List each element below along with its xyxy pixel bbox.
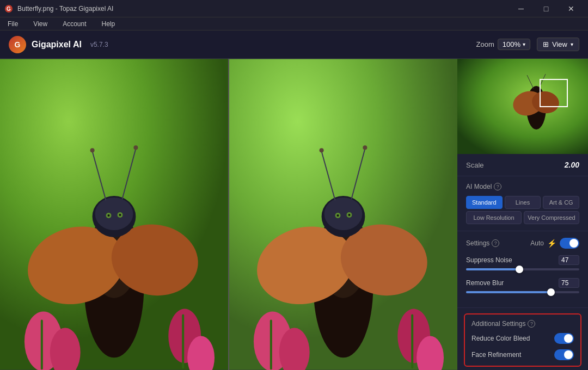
menu-help[interactable]: Help [99, 19, 119, 29]
minimize-button[interactable]: ─ [509, 0, 534, 17]
svg-point-35 [363, 145, 367, 150]
image-area [0, 59, 457, 370]
maximize-button[interactable]: □ [534, 0, 559, 17]
reduce-color-bleed-label: Reduce Color Bleed [471, 335, 530, 342]
remove-blur-header: Remove Blur [466, 278, 579, 288]
app-logo: G Gigapixel AI v5.7.3 [9, 36, 108, 53]
settings-header: Settings ? Auto ⚡ [466, 238, 579, 249]
view-label: View [552, 40, 567, 48]
thumbnail-area [457, 59, 588, 154]
title-bar: G Butterfly.png - Topaz Gigapixel AI ─ □… [0, 0, 588, 17]
image-panel-after [229, 59, 457, 370]
suppress-noise-header: Suppress Noise [466, 255, 579, 265]
lightning-icon: ⚡ [547, 239, 556, 248]
svg-point-22 [108, 214, 110, 217]
window-title: Butterfly.png - Topaz Gigapixel AI [17, 5, 113, 13]
svg-point-31 [324, 198, 363, 230]
remove-blur-thumb [547, 288, 555, 296]
model-lowres-button[interactable]: Low Resolution [466, 211, 522, 224]
settings-auto-group: Auto ⚡ [530, 238, 579, 249]
additional-settings-section: Additional Settings ? Reduce Color Bleed… [464, 313, 581, 367]
settings-title: Settings ? [466, 239, 499, 247]
butterfly-svg-left [0, 59, 228, 370]
svg-point-44 [337, 214, 339, 217]
view-grid-icon: ⊞ [543, 40, 549, 48]
remove-blur-row: Remove Blur [466, 278, 579, 293]
additional-settings-title: Additional Settings ? [471, 320, 574, 328]
after-image [229, 59, 457, 370]
face-refinement-row: Face Refinement [471, 349, 574, 360]
zoom-control: Zoom 100% ▾ [476, 39, 530, 50]
suppress-noise-value[interactable] [559, 255, 579, 265]
face-refinement-label: Face Refinement [471, 351, 521, 359]
model-artcg-button[interactable]: Art & CG [543, 196, 579, 209]
remove-blur-track[interactable] [466, 291, 579, 293]
reduce-color-bleed-row: Reduce Color Bleed [471, 333, 574, 344]
settings-auto-toggle[interactable] [560, 238, 579, 249]
app-version: v5.7.3 [90, 41, 108, 48]
ai-model-section: AI Model ? Standard Lines Art & CG Low R… [457, 176, 588, 231]
auto-label: Auto [530, 239, 544, 247]
view-button[interactable]: ⊞ View ▾ [537, 38, 579, 51]
reduce-color-bleed-toggle[interactable] [554, 333, 574, 344]
ai-model-title: AI Model ? [466, 183, 579, 190]
settings-help-icon[interactable]: ? [492, 239, 499, 247]
scale-row: Scale 2.00 [466, 161, 579, 169]
model-standard-button[interactable]: Standard [466, 196, 503, 209]
scale-label: Scale [466, 161, 484, 169]
svg-rect-41 [411, 314, 413, 369]
title-bar-controls: ─ □ ✕ [509, 0, 584, 17]
svg-point-45 [348, 214, 350, 216]
logo-letter: G [15, 40, 21, 49]
svg-rect-19 [182, 314, 184, 369]
zoom-chevron-icon: ▾ [523, 41, 525, 47]
model-lines-button[interactable]: Lines [505, 196, 541, 209]
svg-point-34 [320, 148, 324, 152]
zoom-label: Zoom [476, 40, 494, 48]
view-chevron-icon: ▾ [571, 41, 573, 47]
additional-settings-help-icon[interactable]: ? [528, 320, 535, 328]
suppress-noise-thumb [516, 266, 523, 273]
header-right: Zoom 100% ▾ ⊞ View ▾ [476, 38, 579, 51]
ai-model-buttons-row1: Standard Lines Art & CG [466, 196, 579, 209]
svg-point-9 [95, 198, 133, 230]
menu-account[interactable]: Account [59, 19, 89, 29]
model-verycompressed-button[interactable]: Very Compressed [524, 211, 579, 224]
suppress-noise-row: Suppress Noise [466, 255, 579, 270]
main-layout: Scale 2.00 AI Model ? Standard Lines Art… [0, 59, 588, 370]
close-button[interactable]: ✕ [559, 0, 584, 17]
ai-model-help-icon[interactable]: ? [494, 183, 501, 190]
logo-circle: G [9, 36, 26, 53]
svg-text:G: G [7, 6, 11, 12]
settings-section: Settings ? Auto ⚡ Suppress Noise [457, 231, 588, 308]
before-image [0, 59, 228, 370]
suppress-noise-fill [466, 268, 519, 270]
suppress-noise-track[interactable] [466, 268, 579, 270]
app-header: G Gigapixel AI v5.7.3 Zoom 100% ▾ ⊞ View… [0, 30, 588, 59]
menu-view[interactable]: View [30, 19, 51, 29]
app-icon: G [4, 4, 13, 13]
remove-blur-value[interactable] [559, 278, 579, 288]
suppress-noise-label: Suppress Noise [466, 256, 512, 264]
svg-point-13 [133, 145, 138, 150]
menu-bar: File View Account Help [0, 17, 588, 30]
remove-blur-fill [466, 291, 551, 293]
svg-rect-40 [270, 320, 272, 370]
svg-rect-18 [41, 320, 43, 370]
thumbnail-svg [457, 59, 588, 154]
app-name: Gigapixel AI [32, 40, 82, 50]
right-panel: Scale 2.00 AI Model ? Standard Lines Art… [457, 59, 588, 370]
face-refinement-toggle[interactable] [554, 349, 574, 360]
zoom-value-display[interactable]: 100% ▾ [498, 39, 530, 50]
svg-point-12 [90, 148, 95, 152]
scale-section: Scale 2.00 [457, 154, 588, 176]
scale-value: 2.00 [565, 161, 579, 169]
image-panel-before [0, 59, 229, 370]
title-bar-left: G Butterfly.png - Topaz Gigapixel AI [4, 4, 113, 13]
remove-blur-label: Remove Blur [466, 279, 504, 287]
menu-file[interactable]: File [4, 19, 21, 29]
butterfly-svg-right [229, 59, 457, 370]
ai-model-buttons-row2: Low Resolution Very Compressed [466, 211, 579, 224]
svg-point-23 [119, 214, 121, 216]
